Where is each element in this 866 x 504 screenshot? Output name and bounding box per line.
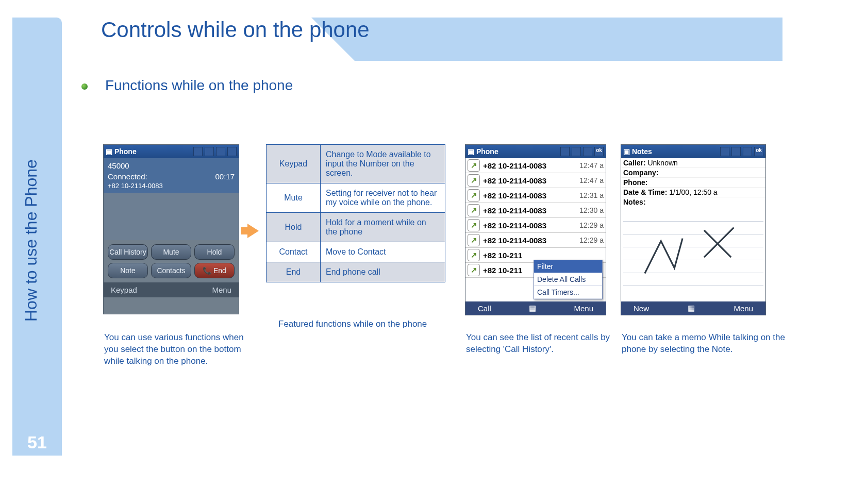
connected-label: Connected: [108,172,147,181]
ok-icon: ok [754,147,763,156]
speaker-icon [216,147,225,156]
history-number: +82 10-2114-0083 [483,176,546,185]
datetime-value: 1/1/00, 12:50 a [669,188,717,196]
sip-icon[interactable]: ▦ [529,304,536,313]
table-caption: Featured functions while on the phone [278,318,427,330]
app-icon: ▣ [106,147,112,156]
note-button[interactable]: Note [108,263,148,278]
table-row: MuteSetting for receiver not to hear my … [267,183,445,213]
softkey-bar: Call ▦ Menu [465,301,606,315]
history-number: +82 10-2114-0083 [483,191,546,200]
hold-button[interactable]: Hold [194,244,235,260]
datetime-label: Date & Time: [623,188,667,196]
menu-item-filter[interactable]: Filter [534,260,602,273]
sip-icon[interactable]: ▦ [688,304,695,313]
ok-icon: ok [594,147,604,156]
caption-3: You can take a memo While talking on the… [622,332,787,356]
softkey-left[interactable]: New [634,304,649,313]
call-out-icon: ↗ [468,234,480,246]
history-number: +82 10-2114-0083 [483,206,546,215]
table-row: HoldHold for a moment while on the phone [267,213,445,242]
func-key: Contact [267,242,321,262]
func-key: Hold [267,213,321,242]
end-button[interactable]: 📞 End [194,263,235,278]
func-desc: Setting for receiver not to hear my voic… [321,183,445,213]
call-out-icon: ↗ [468,189,480,201]
window-titlebar: ▣ Phone [104,145,239,158]
subtitle: Functions while on the phone [105,77,293,94]
func-key: End [267,262,321,282]
call-out-icon: ↗ [468,219,480,231]
title-bar: Controls while on the phone [62,18,782,61]
caller-label: Caller: [623,159,646,167]
signal-icon [193,147,203,156]
func-key: Mute [267,183,321,213]
call-background [104,193,239,240]
menu-item-call-timers[interactable]: Call Timers... [534,286,602,299]
window-titlebar: ▣ Notes ok [621,145,765,158]
dialed-number: 45000 [108,161,235,170]
softkey-right[interactable]: Menu [212,285,231,294]
history-time: 12:30 a [579,206,604,214]
call-history-button[interactable]: Call History [108,244,148,260]
softkey-left[interactable]: Keypad [111,285,137,294]
mute-button[interactable]: Mute [151,244,191,260]
bullet-icon [81,83,88,90]
status-icons [193,147,237,156]
history-row[interactable]: ↗+82 10-2114-008312:29 a [465,233,606,248]
history-number: +82 10-2114-0083 [483,236,546,245]
history-number: +82 10-2114-0083 [483,221,546,230]
status-icons: ok [560,147,604,156]
history-row[interactable]: ↗+82 10-2114-008312:29 a [465,218,606,233]
window-title: Phone [476,147,498,156]
slide: 51 How to use the Phone Controls while o… [12,18,782,456]
contacts-button[interactable]: Contacts [151,263,191,278]
func-desc: Hold for a moment while on the phone [321,213,445,242]
app-icon: ▣ [623,147,630,156]
side-title: How to use the Phone [22,159,41,322]
menu-item-delete-all[interactable]: Delete All Calls [534,273,602,286]
history-row[interactable]: ↗+82 10-2114-008312:31 a [465,188,606,203]
caption-1: You can use various functions when you s… [104,332,256,367]
call-buttons: Call History Mute Hold Note Contacts 📞 E… [104,240,239,282]
call-out-icon: ↗ [468,159,480,172]
screenshot-in-call: ▣ Phone 45000 Connected: 00:17 +82 10-21… [103,144,239,314]
call-out-icon: ↗ [468,264,480,276]
notes-canvas[interactable] [623,209,763,286]
page-title: Controls while on the phone [101,18,370,42]
softkey-left[interactable]: Call [478,304,491,313]
history-number: +82 10-211 [483,266,522,275]
history-row[interactable]: ↗+82 10-2114-008312:47 a [465,158,606,173]
sync-icon [205,147,214,156]
table-row: KeypadChange to Mode available to input … [267,145,445,183]
screenshot-notes: ▣ Notes ok Caller: Unknown Company: Phon… [621,144,766,315]
history-time: 12:47 a [579,161,604,170]
close-icon [227,147,237,156]
softkey-right[interactable]: Menu [734,304,753,313]
history-time: 12:29 a [579,236,604,244]
call-out-icon: ↗ [468,249,480,261]
history-row[interactable]: ↗+82 10-2114-008312:47 a [465,173,606,188]
caller-value: Unknown [647,159,677,167]
history-number: +82 10-2114-0083 [483,161,546,170]
softkey-right[interactable]: Menu [574,304,593,313]
softkey-bar: New ▦ Menu [621,301,765,315]
func-key: Keypad [267,145,321,183]
table-row: EndEnd phone call [267,262,445,282]
caption-2: You can see the list of recent calls by … [466,332,610,356]
window-title: Phone [114,147,137,156]
app-icon: ▣ [468,147,474,156]
window-titlebar: ▣ Phone ok [465,145,606,158]
func-desc: End phone call [321,262,445,282]
call-duration: 00:17 [215,172,235,181]
company-label: Company: [623,169,658,177]
arrow-icon [241,227,247,234]
arrow-icon-head [247,224,259,238]
history-time: 12:29 a [579,221,604,229]
history-time: 12:47 a [579,176,604,184]
title-banner [355,18,782,61]
history-number: +82 10-211 [483,251,522,260]
func-desc: Move to Contact [321,242,445,262]
history-row[interactable]: ↗+82 10-2114-008312:30 a [465,203,606,218]
func-desc: Change to Mode available to input the Nu… [321,145,445,183]
